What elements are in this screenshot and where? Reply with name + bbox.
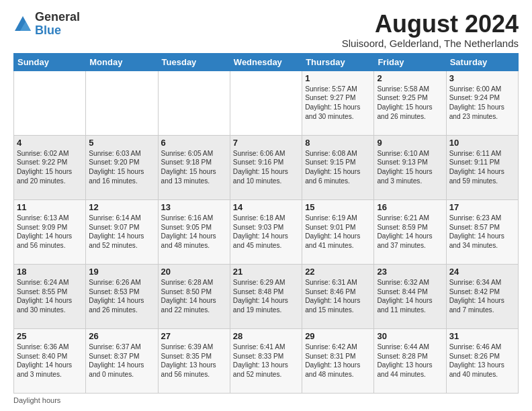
day-cell-0-5: 2Sunrise: 5:58 AM Sunset: 9:25 PM Daylig… bbox=[374, 71, 446, 135]
day-cell-4-2: 27Sunrise: 6:39 AM Sunset: 8:35 PM Dayli… bbox=[158, 328, 230, 393]
day-cell-3-6: 24Sunrise: 6:34 AM Sunset: 8:42 PM Dayli… bbox=[446, 264, 518, 328]
logo-general-text: General bbox=[35, 11, 80, 24]
day-cell-3-5: 23Sunrise: 6:32 AM Sunset: 8:44 PM Dayli… bbox=[374, 264, 446, 328]
day-info-10: Sunrise: 6:11 AM Sunset: 9:11 PM Dayligh… bbox=[449, 149, 515, 186]
day-number-21: 21 bbox=[233, 267, 299, 277]
col-wednesday: Wednesday bbox=[230, 53, 302, 71]
day-cell-4-3: 28Sunrise: 6:41 AM Sunset: 8:33 PM Dayli… bbox=[230, 328, 302, 393]
day-number-7: 7 bbox=[233, 138, 299, 148]
day-number-19: 19 bbox=[89, 267, 154, 277]
week-row-2: 11Sunrise: 6:13 AM Sunset: 9:09 PM Dayli… bbox=[14, 199, 519, 264]
day-number-18: 18 bbox=[17, 267, 83, 277]
subtitle: Sluisoord, Gelderland, The Netherlands bbox=[342, 38, 519, 49]
day-number-10: 10 bbox=[449, 138, 515, 148]
day-cell-3-0: 18Sunrise: 6:24 AM Sunset: 8:55 PM Dayli… bbox=[14, 264, 86, 328]
day-cell-2-0: 11Sunrise: 6:13 AM Sunset: 9:09 PM Dayli… bbox=[14, 199, 86, 264]
day-cell-2-3: 14Sunrise: 6:18 AM Sunset: 9:03 PM Dayli… bbox=[230, 199, 302, 264]
day-number-20: 20 bbox=[161, 267, 227, 277]
day-info-15: Sunrise: 6:19 AM Sunset: 9:01 PM Dayligh… bbox=[305, 214, 371, 250]
day-cell-3-2: 20Sunrise: 6:28 AM Sunset: 8:50 PM Dayli… bbox=[158, 264, 230, 328]
day-number-6: 6 bbox=[161, 138, 227, 148]
day-info-18: Sunrise: 6:24 AM Sunset: 8:55 PM Dayligh… bbox=[17, 278, 83, 315]
col-saturday: Saturday bbox=[446, 53, 518, 71]
page: General Blue August 2024 Sluisoord, Geld… bbox=[0, 0, 532, 411]
day-cell-2-5: 16Sunrise: 6:21 AM Sunset: 8:59 PM Dayli… bbox=[374, 199, 446, 264]
day-number-2: 2 bbox=[377, 73, 443, 83]
day-number-14: 14 bbox=[233, 202, 299, 212]
day-cell-1-0: 4Sunrise: 6:02 AM Sunset: 9:22 PM Daylig… bbox=[14, 135, 86, 199]
day-cell-1-2: 6Sunrise: 6:05 AM Sunset: 9:18 PM Daylig… bbox=[158, 135, 230, 199]
logo-icon bbox=[13, 15, 32, 34]
day-info-28: Sunrise: 6:41 AM Sunset: 8:33 PM Dayligh… bbox=[233, 342, 299, 379]
day-number-29: 29 bbox=[305, 331, 371, 341]
calendar-header-row: Sunday Monday Tuesday Wednesday Thursday… bbox=[14, 53, 519, 71]
day-number-27: 27 bbox=[161, 331, 227, 341]
day-info-20: Sunrise: 6:28 AM Sunset: 8:50 PM Dayligh… bbox=[161, 278, 227, 315]
day-cell-3-1: 19Sunrise: 6:26 AM Sunset: 8:53 PM Dayli… bbox=[86, 264, 158, 328]
week-row-1: 4Sunrise: 6:02 AM Sunset: 9:22 PM Daylig… bbox=[14, 135, 519, 199]
day-number-11: 11 bbox=[17, 202, 83, 212]
day-info-31: Sunrise: 6:46 AM Sunset: 8:26 PM Dayligh… bbox=[449, 342, 515, 379]
day-cell-0-2 bbox=[158, 71, 230, 135]
day-number-16: 16 bbox=[377, 202, 443, 212]
day-cell-1-4: 8Sunrise: 6:08 AM Sunset: 9:15 PM Daylig… bbox=[302, 135, 374, 199]
main-title: August 2024 bbox=[342, 11, 519, 38]
day-info-8: Sunrise: 6:08 AM Sunset: 9:15 PM Dayligh… bbox=[305, 149, 371, 186]
day-number-30: 30 bbox=[377, 331, 443, 341]
day-cell-1-5: 9Sunrise: 6:10 AM Sunset: 9:13 PM Daylig… bbox=[374, 135, 446, 199]
calendar: Sunday Monday Tuesday Wednesday Thursday… bbox=[13, 53, 519, 394]
day-info-16: Sunrise: 6:21 AM Sunset: 8:59 PM Dayligh… bbox=[377, 214, 443, 250]
day-info-11: Sunrise: 6:13 AM Sunset: 9:09 PM Dayligh… bbox=[17, 214, 83, 250]
logo-blue-text: Blue bbox=[35, 24, 80, 38]
day-cell-1-3: 7Sunrise: 6:06 AM Sunset: 9:16 PM Daylig… bbox=[230, 135, 302, 199]
day-cell-4-1: 26Sunrise: 6:37 AM Sunset: 8:37 PM Dayli… bbox=[86, 328, 158, 393]
day-cell-1-6: 10Sunrise: 6:11 AM Sunset: 9:11 PM Dayli… bbox=[446, 135, 518, 199]
day-info-13: Sunrise: 6:16 AM Sunset: 9:05 PM Dayligh… bbox=[161, 214, 227, 250]
day-info-23: Sunrise: 6:32 AM Sunset: 8:44 PM Dayligh… bbox=[377, 278, 443, 315]
day-info-6: Sunrise: 6:05 AM Sunset: 9:18 PM Dayligh… bbox=[161, 149, 227, 186]
footer-note: Daylight hours bbox=[13, 396, 519, 404]
day-info-24: Sunrise: 6:34 AM Sunset: 8:42 PM Dayligh… bbox=[449, 278, 515, 315]
col-sunday: Sunday bbox=[14, 53, 86, 71]
day-number-13: 13 bbox=[161, 202, 227, 212]
day-info-3: Sunrise: 6:00 AM Sunset: 9:24 PM Dayligh… bbox=[449, 85, 515, 122]
day-cell-2-6: 17Sunrise: 6:23 AM Sunset: 8:57 PM Dayli… bbox=[446, 199, 518, 264]
week-row-3: 18Sunrise: 6:24 AM Sunset: 8:55 PM Dayli… bbox=[14, 264, 519, 328]
day-cell-0-1 bbox=[86, 71, 158, 135]
day-number-3: 3 bbox=[449, 73, 515, 83]
day-info-22: Sunrise: 6:31 AM Sunset: 8:46 PM Dayligh… bbox=[305, 278, 371, 315]
day-cell-0-6: 3Sunrise: 6:00 AM Sunset: 9:24 PM Daylig… bbox=[446, 71, 518, 135]
day-info-1: Sunrise: 5:57 AM Sunset: 9:27 PM Dayligh… bbox=[305, 85, 371, 122]
day-info-17: Sunrise: 6:23 AM Sunset: 8:57 PM Dayligh… bbox=[449, 214, 515, 250]
day-cell-0-3 bbox=[230, 71, 302, 135]
day-cell-4-5: 30Sunrise: 6:44 AM Sunset: 8:28 PM Dayli… bbox=[374, 328, 446, 393]
week-row-0: 1Sunrise: 5:57 AM Sunset: 9:27 PM Daylig… bbox=[14, 71, 519, 135]
day-cell-2-2: 13Sunrise: 6:16 AM Sunset: 9:05 PM Dayli… bbox=[158, 199, 230, 264]
header: General Blue August 2024 Sluisoord, Geld… bbox=[13, 11, 519, 49]
day-number-1: 1 bbox=[305, 73, 371, 83]
day-info-30: Sunrise: 6:44 AM Sunset: 8:28 PM Dayligh… bbox=[377, 342, 443, 379]
logo: General Blue bbox=[13, 11, 80, 38]
day-number-23: 23 bbox=[377, 267, 443, 277]
day-number-25: 25 bbox=[17, 331, 83, 341]
day-cell-0-0 bbox=[14, 71, 86, 135]
day-cell-0-4: 1Sunrise: 5:57 AM Sunset: 9:27 PM Daylig… bbox=[302, 71, 374, 135]
col-monday: Monday bbox=[86, 53, 158, 71]
col-thursday: Thursday bbox=[302, 53, 374, 71]
day-cell-2-1: 12Sunrise: 6:14 AM Sunset: 9:07 PM Dayli… bbox=[86, 199, 158, 264]
day-info-2: Sunrise: 5:58 AM Sunset: 9:25 PM Dayligh… bbox=[377, 85, 443, 122]
day-info-14: Sunrise: 6:18 AM Sunset: 9:03 PM Dayligh… bbox=[233, 214, 299, 250]
day-number-4: 4 bbox=[17, 138, 83, 148]
day-number-26: 26 bbox=[89, 331, 154, 341]
day-cell-4-4: 29Sunrise: 6:42 AM Sunset: 8:31 PM Dayli… bbox=[302, 328, 374, 393]
col-tuesday: Tuesday bbox=[158, 53, 230, 71]
day-info-26: Sunrise: 6:37 AM Sunset: 8:37 PM Dayligh… bbox=[89, 342, 154, 379]
day-cell-3-3: 21Sunrise: 6:29 AM Sunset: 8:48 PM Dayli… bbox=[230, 264, 302, 328]
logo-text: General Blue bbox=[35, 11, 80, 38]
day-cell-2-4: 15Sunrise: 6:19 AM Sunset: 9:01 PM Dayli… bbox=[302, 199, 374, 264]
day-number-5: 5 bbox=[89, 138, 154, 148]
day-cell-4-0: 25Sunrise: 6:36 AM Sunset: 8:40 PM Dayli… bbox=[14, 328, 86, 393]
day-info-19: Sunrise: 6:26 AM Sunset: 8:53 PM Dayligh… bbox=[89, 278, 154, 315]
day-info-25: Sunrise: 6:36 AM Sunset: 8:40 PM Dayligh… bbox=[17, 342, 83, 379]
col-friday: Friday bbox=[374, 53, 446, 71]
